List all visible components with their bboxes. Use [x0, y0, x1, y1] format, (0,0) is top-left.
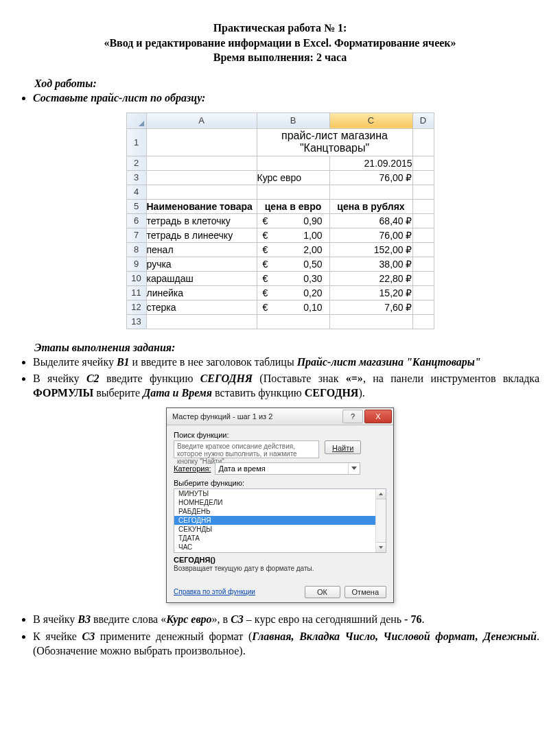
euro-icon: € [263, 287, 268, 298]
cell-euro: €0,90 [257, 213, 329, 228]
cell-name: ручка [146, 257, 257, 271]
step-4: К ячейке С3 примените денежный формат (Г… [33, 630, 539, 659]
cell-rub: 38,00 ₽ [329, 257, 412, 271]
text: и введите в нее заголовок таблицы [130, 356, 297, 368]
text-bold-italic: Прайс-лист магазина "Канцтовары" [297, 356, 481, 368]
euro-value: 0,50 [303, 259, 322, 270]
cell-ref: В3 [78, 613, 91, 625]
column-header-c: C [329, 113, 412, 128]
dialog-titlebar: Мастер функций - шаг 1 из 2 ? X [167, 408, 393, 425]
scrollbar[interactable] [375, 489, 386, 552]
column-header-b: B [257, 113, 329, 128]
cell-rub: 68,40 ₽ [329, 213, 412, 228]
euro-value: 1,00 [303, 230, 322, 241]
text: (Поставьте знак [253, 373, 346, 384]
cell-euro: €0,10 [257, 300, 329, 314]
search-label: Поиск функции: [174, 431, 386, 439]
list-item[interactable]: ЧАС [174, 543, 386, 552]
select-function-label: Выберите функцию: [174, 479, 386, 487]
cell-name: тетрадь в линеечку [146, 228, 257, 242]
function-listbox[interactable]: МИНУТЫ НОМНЕДЕЛИ РАБДЕНЬ СЕГОДНЯ СЕКУНДЫ… [174, 488, 386, 553]
section-heading-work: Ход работы: [34, 78, 539, 90]
euro-value: 0,90 [303, 215, 322, 226]
cell-a5-header-name: Наименование товара [146, 199, 257, 213]
euro-value: 0,20 [303, 287, 322, 298]
cell-d [412, 271, 434, 285]
list-item[interactable]: НОМНЕДЕЛИ [174, 498, 386, 507]
function-wizard-dialog-image: Мастер функций - шаг 1 из 2 ? X Поиск фу… [21, 408, 539, 603]
cell-b13 [257, 314, 329, 329]
category-combobox[interactable]: Дата и время [215, 462, 360, 475]
cell-d [412, 257, 434, 271]
euro-value: 2,00 [303, 244, 322, 255]
text: , на панели инструментов вкладка [363, 373, 539, 384]
title-line3: Время выполнения: 2 часа [21, 50, 539, 65]
cell-d [412, 242, 434, 257]
row-header: 10 [126, 271, 146, 285]
help-button[interactable]: ? [342, 410, 363, 423]
cell-rub: 15,20 ₽ [329, 285, 412, 300]
list-item[interactable]: ТДАТА [174, 534, 386, 543]
cell-ref: С3 [231, 613, 244, 625]
list-item[interactable]: СЕКУНДЫ [174, 525, 386, 534]
cell-euro: €0,20 [257, 285, 329, 300]
function-signature: СЕГОДНЯ() [174, 556, 386, 564]
euro-icon: € [263, 215, 268, 226]
cell-euro: €0,50 [257, 257, 329, 271]
text: введите функцию [100, 373, 200, 384]
column-header-a: A [146, 113, 257, 128]
task1-text: Составьте прайс-лист по образцу: [33, 92, 205, 104]
euro-icon: € [263, 259, 268, 270]
category-value: Дата и время [218, 464, 265, 473]
text: введите слова « [91, 613, 166, 625]
tab-name: ФОРМУЛЫ [33, 387, 93, 399]
equals-sign: «=» [346, 373, 363, 384]
scroll-down-icon[interactable] [376, 542, 386, 552]
function-help-link[interactable]: Справка по этой функции [174, 588, 255, 595]
excel-screenshot: A B C D 1 прайс-лист магазина "Канцтовар… [21, 113, 539, 329]
chevron-down-icon [348, 463, 360, 474]
row-header: 3 [126, 170, 146, 185]
row-header: 7 [126, 228, 146, 242]
list-item-selected[interactable]: СЕГОДНЯ [174, 516, 386, 525]
text: ). [358, 387, 364, 399]
cell-c3-rate-value: 76,00 ₽ [329, 170, 412, 185]
cancel-button[interactable]: Отмена [345, 586, 386, 598]
list-item[interactable]: РАБДЕНЬ [174, 507, 386, 516]
ok-button[interactable]: ОК [305, 586, 340, 598]
scroll-up-icon[interactable] [376, 489, 386, 499]
cell-b3-rate-label: Курс евро [257, 170, 329, 185]
cell-a2 [146, 156, 257, 170]
search-input[interactable]: Введите краткое описание действия, котор… [174, 440, 319, 458]
text: выберите [93, 387, 143, 399]
cell-b4 [257, 185, 329, 199]
cell-c4 [329, 185, 412, 199]
text: вставить функцию [212, 387, 305, 399]
find-button[interactable]: Найти [325, 440, 361, 454]
euro-value: 0,10 [303, 302, 322, 313]
text: . [421, 613, 424, 625]
cell-d13 [412, 314, 434, 329]
cell-d [412, 300, 434, 314]
cell-a13 [146, 314, 257, 329]
row-header: 12 [126, 300, 146, 314]
title-line1: Практическая работа № 1: [21, 21, 539, 36]
close-button[interactable]: X [364, 410, 392, 423]
cell-name: тетрадь в клеточку [146, 213, 257, 228]
cell-a1 [146, 128, 257, 156]
select-all-corner [126, 113, 146, 128]
cell-d1 [412, 128, 434, 156]
cell-c5-header-rub: цена в рублях [329, 199, 412, 213]
list-item[interactable]: МИНУТЫ [174, 489, 386, 498]
row-header: 2 [126, 156, 146, 170]
func-name: СЕГОДНЯ [305, 387, 359, 399]
cell-rub: 152,00 ₽ [329, 242, 412, 257]
function-wizard-dialog: Мастер функций - шаг 1 из 2 ? X Поиск фу… [166, 408, 394, 603]
task-item-1: Составьте прайс-лист по образцу: [33, 91, 539, 106]
row-header: 6 [126, 213, 146, 228]
step-3: В ячейку В3 введите слова «Курс евро», в… [33, 613, 539, 627]
text: В ячейку [33, 373, 86, 384]
cell-ref: С2 [86, 373, 100, 384]
cell-rub: 76,00 ₽ [329, 228, 412, 242]
cell-b5-header-eur: цена в евро [257, 199, 329, 213]
